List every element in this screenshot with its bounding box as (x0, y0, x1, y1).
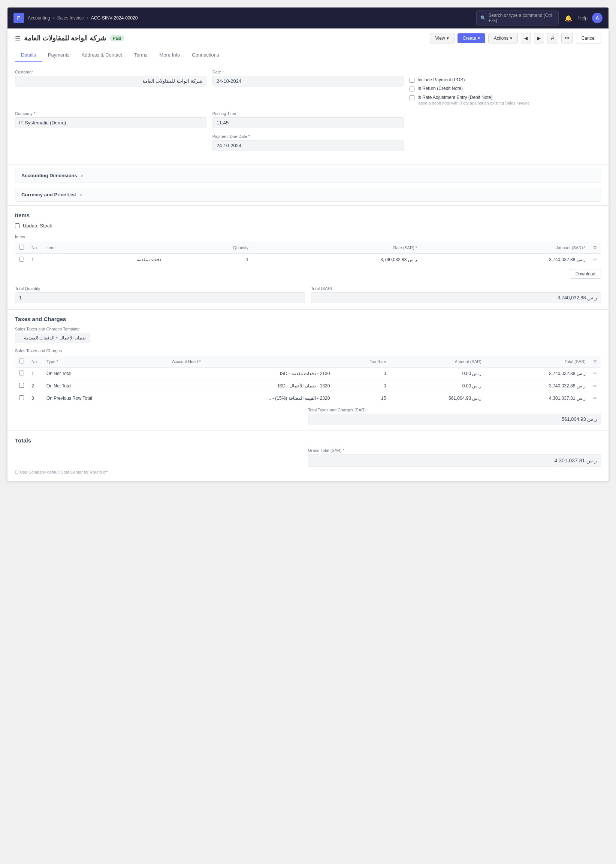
breadcrumb: Accounting > Sales Invoice > ACC-SINV-20… (28, 16, 138, 20)
total-taxes-label: Total Taxes and Charges (SAR) (308, 408, 601, 412)
taxes-col-type: Type * (43, 355, 168, 368)
tab-payments[interactable]: Payments (42, 48, 76, 62)
page-title: شركة الواحة للمقاولات العامة (24, 34, 106, 42)
taxes-row-1-checkbox[interactable] (19, 371, 24, 375)
avatar[interactable]: A (592, 13, 602, 23)
items-col-rate: Rate (SAR) * (252, 242, 421, 254)
total-sar-group: Total (SAR) ر.س 3,740,032.88 (311, 286, 601, 303)
items-col-amount: Amount (SAR) * (421, 242, 589, 254)
taxes-row-2-account-head[interactable]: 1320 - ضمان الأعمال - ISD (168, 380, 333, 392)
taxes-row-3-tax-rate: 15 (333, 392, 390, 405)
is-rate-adj-checkbox[interactable] (410, 95, 415, 100)
status-badge: Paid (110, 35, 124, 41)
taxes-row-2-check[interactable] (16, 380, 28, 392)
taxes-row-2-edit-icon[interactable]: ✏ (593, 383, 597, 388)
tab-more-info[interactable]: More Info (153, 48, 186, 62)
taxes-row-2-tax-rate: 0 (333, 380, 390, 392)
taxes-row-1-edit-icon[interactable]: ✏ (593, 371, 597, 376)
currency-price-list-title: Currency and Price List (21, 192, 76, 198)
view-button[interactable]: View ▾ (430, 33, 454, 44)
payment-due-date-label: Payment Due Date * (212, 134, 404, 139)
taxes-row-3-account-head[interactable]: 2320 - القيمه المضافة (%15) - ... (168, 392, 333, 405)
update-stock-checkbox[interactable] (15, 223, 20, 228)
company-label: Company * (15, 111, 206, 116)
taxes-row-1-check[interactable] (16, 368, 28, 380)
customer-value[interactable]: شركة الواحة للمقاولات العامة (15, 76, 206, 86)
items-row-1-edit[interactable]: ✏ (589, 254, 601, 266)
download-button[interactable]: Download (570, 269, 601, 279)
taxes-table-body: 1 On Net Total 2130 - دفعات مقدمه - ISD … (16, 368, 601, 405)
tab-terms[interactable]: Terms (128, 48, 153, 62)
nav-prev-button[interactable]: ◀ (521, 33, 531, 44)
form-row-1: Customer شركة الواحة للمقاولات العامة Da… (15, 70, 601, 105)
posting-time-label: Posting Time (212, 111, 404, 116)
main-container: ☰ شركة الواحة للمقاولات العامة Paid View… (8, 28, 608, 481)
posting-time-value[interactable]: 11:45 (212, 117, 404, 128)
items-row-1-check[interactable] (16, 254, 28, 266)
taxes-row-3-type: On Previous Row Total (43, 392, 168, 405)
sidebar-toggle-icon[interactable]: ☰ (15, 35, 20, 42)
taxes-row-2-checkbox[interactable] (19, 383, 24, 388)
taxes-row-2-no: 2 (28, 380, 43, 392)
tab-address-contact[interactable]: Address & Contact (76, 48, 128, 62)
create-button[interactable]: Create ▾ (457, 33, 485, 43)
items-select-all-checkbox[interactable] (19, 245, 24, 250)
form-row-2: Company * IT Systematic (Demo) Posting T… (15, 111, 601, 128)
date-value[interactable]: 24-10-2024 (212, 76, 404, 86)
form-content: Customer شركة الواحة للمقاولات العامة Da… (8, 62, 608, 165)
items-row-1-checkbox[interactable] (19, 257, 24, 262)
taxes-row-3-edit[interactable]: ✏ (589, 392, 601, 405)
items-row-1-quantity[interactable]: 1 (165, 254, 252, 266)
items-row-1-amount[interactable]: ر.س 3,740,032.88 (421, 254, 589, 266)
search-bar[interactable]: 🔍 Search or type a command (Ctrl + G) (476, 11, 559, 25)
download-btn-row: Download (15, 266, 601, 282)
help-button[interactable]: Help (578, 16, 588, 20)
payment-due-date-field: Payment Due Date * 24-10-2024 (212, 134, 404, 151)
divider-1 (8, 165, 608, 165)
table-row: 2 On Net Total 1320 - ضمان الأعمال - ISD… (16, 380, 601, 392)
taxes-template-value[interactable]: ضمان الأعمال + الدفعات المقدمة (15, 333, 90, 343)
is-return-checkbox[interactable] (410, 86, 415, 91)
breadcrumb-accounting[interactable]: Accounting (28, 16, 50, 20)
is-rate-adj-label: Is Rate Adjustment Entry (Debit Note) (417, 95, 492, 100)
breadcrumb-sales-invoice[interactable]: Sales Invoice (57, 16, 83, 20)
taxes-row-3-edit-icon[interactable]: ✏ (593, 396, 597, 401)
print-button[interactable]: 🖨 (547, 33, 558, 44)
items-table-body: 1 دفعات مقدمه 1 ر.س 3,740,032.88 ر.س 3,7… (16, 254, 601, 266)
totals-section-title: Totals (15, 437, 601, 444)
accounting-dimensions-section[interactable]: Accounting Dimensions ∨ (15, 169, 601, 182)
taxes-row-1-edit[interactable]: ✏ (589, 368, 601, 380)
nav-next-button[interactable]: ▶ (534, 33, 544, 44)
taxes-row-1-account-head[interactable]: 2130 - دفعات مقدمه - ISD (168, 368, 333, 380)
currency-price-list-section[interactable]: Currency and Price List ∨ (15, 188, 601, 201)
actions-button[interactable]: Actions ▾ (488, 33, 518, 44)
taxes-row-2-edit[interactable]: ✏ (589, 380, 601, 392)
date-label: Date * (212, 70, 404, 74)
items-col-item: Item (43, 242, 165, 254)
more-button[interactable]: ••• (561, 33, 573, 44)
page-title-area: ☰ شركة الواحة للمقاولات العامة Paid (15, 34, 124, 42)
include-payment-checkbox[interactable] (410, 78, 415, 83)
payment-due-date-value[interactable]: 24-10-2024 (212, 140, 404, 151)
items-col-no: No. (28, 242, 43, 254)
items-table-header: No. Item Quantity Rate (SAR) * Amount (S… (16, 242, 601, 254)
total-taxes-group: Total Taxes and Charges (SAR) ر.س 561,00… (308, 408, 601, 424)
total-quantity-group: Total Quantity 1 (15, 286, 305, 303)
taxes-select-all-checkbox[interactable] (19, 358, 24, 363)
tab-connections[interactable]: Connections (186, 48, 225, 62)
posting-time-field: Posting Time 11:45 (212, 111, 404, 128)
items-row-1-rate[interactable]: ر.س 3,740,032.88 (252, 254, 421, 266)
app-logo[interactable]: F (14, 13, 24, 23)
company-value[interactable]: IT Systematic (Demo) (15, 117, 206, 128)
items-title: Items (15, 212, 601, 218)
tab-details[interactable]: Details (15, 48, 42, 62)
update-stock-label: Update Stock (23, 223, 52, 229)
cancel-button[interactable]: Cancel (576, 33, 601, 44)
include-payment-checkbox-row: Include Payment (POS) (410, 77, 601, 83)
taxes-row-3-check[interactable] (16, 392, 28, 405)
table-row: 1 On Net Total 2130 - دفعات مقدمه - ISD … (16, 368, 601, 380)
items-row-1-edit-icon[interactable]: ✏ (593, 257, 597, 262)
notification-icon[interactable]: 🔔 (563, 13, 574, 23)
taxes-row-3-checkbox[interactable] (19, 395, 24, 400)
items-row-1-item[interactable]: دفعات مقدمه (43, 254, 165, 266)
